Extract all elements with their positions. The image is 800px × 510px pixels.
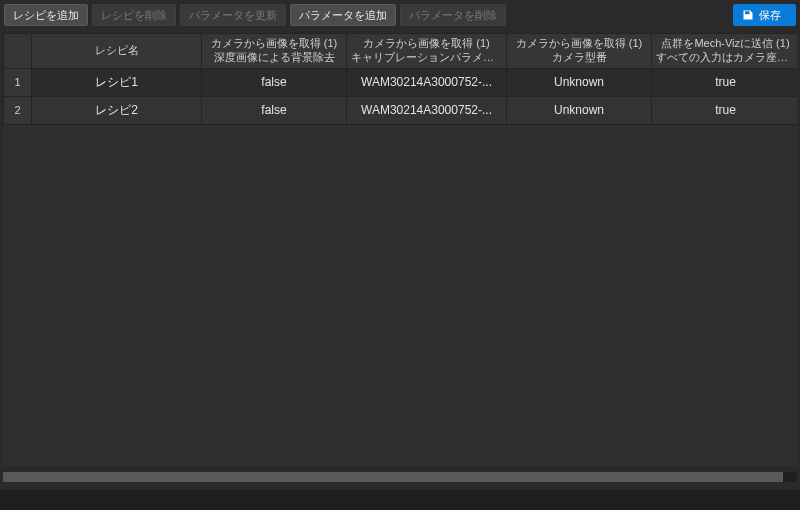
bottom-strip [0, 490, 800, 510]
cell-name[interactable]: レシピ1 [32, 68, 202, 96]
cell-pointcloud-cam-coord[interactable]: true [652, 96, 798, 124]
row-index: 2 [4, 96, 32, 124]
save-button[interactable]: 保存 [733, 4, 796, 26]
cell-camera-model[interactable]: Unknown [507, 68, 652, 96]
row-index: 1 [4, 68, 32, 96]
toolbar: レシピを追加 レシピを削除 パラメータを更新 パラメータを追加 パラメータを削除… [0, 0, 800, 30]
col-header-index[interactable] [4, 34, 32, 69]
recipe-table: レシピ名 カメラから画像を取得 (1) 深度画像による背景除去 カメラから画像を… [3, 33, 797, 466]
col-header-depth-bg-remove[interactable]: カメラから画像を取得 (1) 深度画像による背景除去 [202, 34, 347, 69]
col-header-name[interactable]: レシピ名 [32, 34, 202, 69]
table-row[interactable]: 2 レシピ2 false WAM30214A3000752-... Unknow… [4, 96, 798, 124]
horizontal-scrollbar[interactable] [3, 470, 797, 484]
cell-pointcloud-cam-coord[interactable]: true [652, 68, 798, 96]
cell-depth-bg-remove[interactable]: false [202, 96, 347, 124]
delete-param-button: パラメータを削除 [400, 4, 506, 26]
cell-name[interactable]: レシピ2 [32, 96, 202, 124]
add-recipe-button[interactable]: レシピを追加 [4, 4, 88, 26]
update-param-button: パラメータを更新 [180, 4, 286, 26]
scrollbar-thumb[interactable] [3, 472, 783, 482]
save-icon [742, 9, 754, 21]
table-row[interactable]: 1 レシピ1 false WAM30214A3000752-... Unknow… [4, 68, 798, 96]
save-button-label: 保存 [759, 8, 781, 23]
cell-calib-group[interactable]: WAM30214A3000752-... [347, 96, 507, 124]
cell-camera-model[interactable]: Unknown [507, 96, 652, 124]
table-header-row: レシピ名 カメラから画像を取得 (1) 深度画像による背景除去 カメラから画像を… [4, 34, 798, 69]
col-header-calib-group[interactable]: カメラから画像を取得 (1) キャリブレーションパラメータグループ [347, 34, 507, 69]
add-param-button[interactable]: パラメータを追加 [290, 4, 396, 26]
delete-recipe-button: レシピを削除 [92, 4, 176, 26]
col-header-camera-model[interactable]: カメラから画像を取得 (1) カメラ型番 [507, 34, 652, 69]
cell-depth-bg-remove[interactable]: false [202, 68, 347, 96]
col-header-pointcloud-cam-coord[interactable]: 点群をMech-Vizに送信 (1) すべての入力はカメラ座標系にある [652, 34, 798, 69]
cell-calib-group[interactable]: WAM30214A3000752-... [347, 68, 507, 96]
